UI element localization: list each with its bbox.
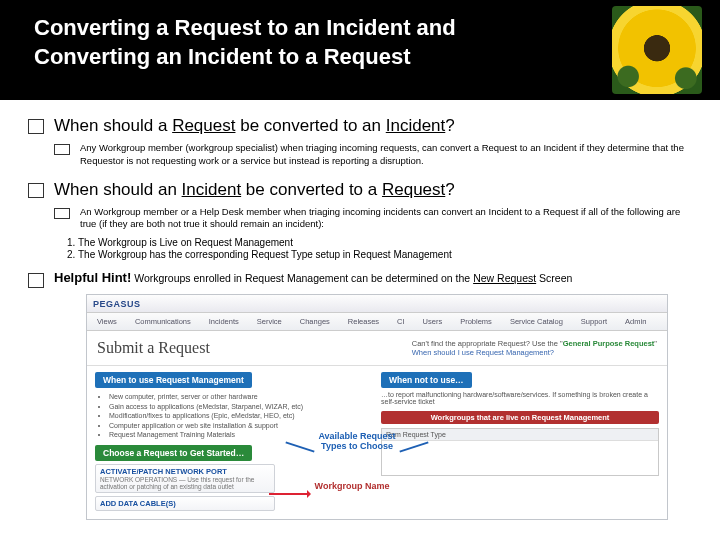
nav-item[interactable]: Releases	[348, 317, 379, 326]
slide-header: Converting a Request to an Incident and …	[0, 0, 720, 100]
item-subtitle: NETWORK OPERATIONS — Use this request fo…	[100, 476, 270, 490]
checkbox-icon	[54, 208, 70, 219]
list-item: The Workgroup is Live on Request Managem…	[78, 237, 692, 248]
when-not-text: …to report malfunctioning hardware/softw…	[381, 391, 659, 405]
request-type-item[interactable]: ADD DATA CABLE(S)	[95, 496, 275, 511]
page-title: Submit a Request	[97, 339, 210, 357]
callout-available-types: Available Request Types to Choose	[312, 432, 402, 451]
table-header: Ram Request Type	[382, 429, 658, 441]
section-2-heading: When should an Incident be converted to …	[54, 180, 455, 200]
underline-new-request: New Request	[473, 272, 536, 284]
underline-request: Request	[172, 116, 235, 135]
text: ?	[445, 116, 454, 135]
text: Screen	[536, 272, 572, 284]
nav-item[interactable]: Incidents	[209, 317, 239, 326]
app-nav: Views Communications Incidents Service C…	[87, 313, 667, 331]
page-title-bar: Submit a Request Can't find the appropri…	[87, 331, 667, 366]
text: be converted to an	[235, 116, 385, 135]
request-type-item[interactable]: ACTIVATE/PATCH NETWORK PORT NETWORK OPER…	[95, 464, 275, 493]
underline-incident: Incident	[182, 180, 242, 199]
item-title: ACTIVATE/PATCH NETWORK PORT	[100, 467, 270, 476]
list-item: Modification/fixes to applications (Epic…	[109, 411, 373, 420]
section-2-note-row: An Workgroup member or a Help Desk membe…	[54, 206, 692, 232]
nav-item[interactable]: Service Catalog	[510, 317, 563, 326]
text: Can't find the appropriate Request? Use …	[412, 339, 563, 348]
nav-item[interactable]: Support	[581, 317, 607, 326]
choose-request-tab: Choose a Request to Get Started…	[95, 445, 252, 461]
callout-workgroup-name: Workgroup Name	[302, 482, 402, 491]
list-item: Gain access to applications (eMedstar, S…	[109, 402, 373, 411]
hint-label: Helpful Hint!	[54, 270, 131, 285]
columns: When to use Request Management New compu…	[87, 366, 667, 519]
section-2: When should an Incident be converted to …	[28, 180, 692, 200]
checkbox-icon	[28, 183, 44, 198]
list-item: New computer, printer, server or other h…	[109, 392, 373, 401]
text: "	[654, 339, 657, 348]
section-1-note-row: Any Workgroup member (workgroup speciali…	[54, 142, 692, 168]
nav-item[interactable]: CI	[397, 317, 405, 326]
text: ?	[445, 180, 454, 199]
app-header-bar: PEGASUS	[87, 295, 667, 313]
tip-link[interactable]: When should I use Request Management?	[412, 348, 657, 357]
arrow-icon	[269, 493, 309, 495]
live-workgroups-tab: Workgroups that are live on Request Mana…	[381, 411, 659, 424]
nav-item[interactable]: Communications	[135, 317, 191, 326]
list-item: Computer application or web site install…	[109, 421, 373, 430]
item-title: ADD DATA CABLE(S)	[100, 499, 270, 508]
hint-line: Helpful Hint! Workgroups enrolled in Req…	[54, 270, 572, 285]
section-1: When should a Request be converted to an…	[28, 116, 692, 136]
request-type-list: ACTIVATE/PATCH NETWORK PORT NETWORK OPER…	[95, 464, 275, 511]
when-not-tab: When not to use…	[381, 372, 472, 388]
section-2-note: An Workgroup member or a Help Desk membe…	[80, 206, 692, 232]
embedded-screenshot: PEGASUS Views Communications Incidents S…	[86, 294, 668, 520]
text: When should an	[54, 180, 182, 199]
title-line-2: Converting an Incident to a Request	[34, 44, 410, 69]
slide-body: When should a Request be converted to an…	[0, 100, 720, 520]
nav-item[interactable]: Service	[257, 317, 282, 326]
section-1-heading: When should a Request be converted to an…	[54, 116, 455, 136]
text: When should a	[54, 116, 172, 135]
title-line-1: Converting a Request to an Incident and	[34, 15, 456, 40]
nav-item[interactable]: Users	[423, 317, 443, 326]
section-1-note: Any Workgroup member (workgroup speciali…	[80, 142, 692, 168]
checkbox-icon	[28, 273, 44, 288]
nav-item[interactable]: Views	[97, 317, 117, 326]
text: Workgroups enrolled in Request Managemen…	[131, 272, 473, 284]
when-use-tab: When to use Request Management	[95, 372, 252, 388]
checkbox-icon	[28, 119, 44, 134]
workgroup-table: Ram Request Type	[381, 428, 659, 476]
app-logo: PEGASUS	[93, 299, 141, 309]
nav-item[interactable]: Changes	[300, 317, 330, 326]
hint-row: Helpful Hint! Workgroups enrolled in Req…	[28, 270, 692, 288]
underline-incident: Incident	[386, 116, 446, 135]
nav-item[interactable]: Problems	[460, 317, 492, 326]
text-green: General Purpose Request	[563, 339, 655, 348]
list-item: The Workgroup has the corresponding Requ…	[78, 249, 692, 260]
checkbox-icon	[54, 144, 70, 155]
text: be converted to a	[241, 180, 382, 199]
page-tip: Can't find the appropriate Request? Use …	[412, 339, 657, 357]
underline-request: Request	[382, 180, 445, 199]
section-2-list: The Workgroup is Live on Request Managem…	[78, 237, 692, 260]
nav-item[interactable]: Admin	[625, 317, 646, 326]
sunflower-image	[612, 6, 702, 94]
